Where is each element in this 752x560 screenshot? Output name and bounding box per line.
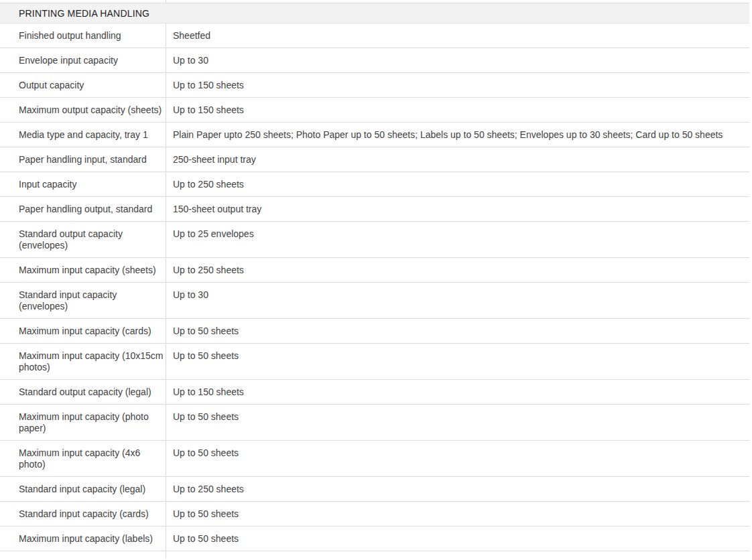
spec-row: Maximum input capacity (4x6 photo) Up to… [0, 441, 749, 477]
spec-label-cell: Envelope input capacity [0, 48, 166, 72]
spec-label-cell: Media type and capacity, tray 1 [0, 123, 166, 147]
spec-value-cell: Plain Paper upto 250 sheets; Photo Paper… [166, 123, 749, 147]
spec-value: Up to 50 sheets [173, 411, 239, 422]
spec-value: Up to 250 sheets [173, 179, 244, 190]
spec-row: Finished output handling Sheetfed [0, 23, 749, 48]
spec-label: Paper handling output, standard [19, 204, 152, 214]
spec-value: Up to 50 sheets [173, 533, 239, 544]
spec-label-cell: Maximum input capacity (cards) [0, 319, 166, 343]
spec-label: Maximum input capacity (labels) [19, 533, 153, 544]
spec-value: Up to 250 sheets [173, 484, 244, 494]
spec-value: 250-sheet input tray [173, 154, 256, 165]
spec-label: Media type and capacity, tray 1 [19, 129, 148, 140]
spec-value-cell: Up to 50 sheets [166, 344, 749, 379]
specs-table: PRINTING MEDIA HANDLING Finished output … [0, 0, 749, 559]
spec-value: Up to 50 sheets [173, 508, 239, 519]
spec-value-cell: Up to 30 [166, 48, 749, 72]
spec-value-cell: Up to 250 sheets [166, 477, 749, 501]
spec-row: Standard output capacity (envelopes) Up … [0, 222, 749, 258]
spec-value-cell: Up to 250 sheets [166, 172, 749, 196]
spec-value: Up to 150 sheets [173, 104, 244, 115]
spec-value-cell: Up to 25 envelopes [166, 222, 749, 257]
spec-label-cell: Standard input capacity (legal) [0, 477, 166, 501]
spec-label: Envelope input capacity [19, 55, 118, 66]
spec-label-cell: Input capacity [0, 172, 166, 196]
spec-value-cell: 250-sheet input tray [166, 147, 749, 171]
spec-label: Standard input capacity (cards) [19, 508, 149, 519]
spec-value: Up to 50 sheets [173, 447, 239, 458]
spec-row: Input capacity Up to 250 sheets [0, 172, 749, 197]
spec-label: Maximum input capacity (cards) [19, 326, 151, 336]
spec-label-cell: Standard input capacity (envelopes) [0, 283, 166, 318]
spec-value: Plain Paper upto 250 sheets; Photo Paper… [173, 129, 723, 140]
spec-value-cell: Up to 50 sheets [166, 441, 749, 476]
spec-label: Output capacity [19, 80, 84, 90]
spec-label-cell: Maximum input capacity (labels) [0, 527, 166, 551]
spec-row: Standard input capacity (cards) Up to 50… [0, 502, 749, 527]
spec-label: Maximum output capacity (sheets) [19, 104, 162, 115]
spec-value: Up to 30 [173, 55, 208, 66]
spec-value-cell: Up to 50 sheets [166, 405, 749, 440]
section-header: PRINTING MEDIA HANDLING [0, 3, 749, 23]
spec-row: Standard input capacity (envelopes) Up t… [0, 283, 749, 319]
spec-label-cell: Standard output capacity (legal) [0, 380, 166, 404]
spec-value-cell: Up to 50 sheets [166, 319, 749, 343]
spec-value-cell: 150-sheet output tray [166, 197, 749, 221]
spec-label-cell: Maximum output capacity (sheets) [0, 98, 166, 122]
spec-value: Up to 50 sheets [173, 350, 239, 361]
spec-label: Standard output capacity (envelopes) [19, 228, 123, 251]
spec-label-cell: Standard input capacity (cards) [0, 502, 166, 526]
spec-value-cell: Up to 50 sheets [166, 527, 749, 551]
spec-row: Paper handling output, standard 150-shee… [0, 197, 749, 222]
spec-value-cell: Up to 150 sheets [166, 98, 749, 122]
spec-label-cell: Paper handling input, standard [0, 147, 166, 171]
spec-row: Maximum input capacity (cards) Up to 50 … [0, 319, 749, 344]
spec-rows: Finished output handling Sheetfed Envelo… [0, 23, 749, 551]
spec-value: Sheetfed [173, 30, 210, 41]
column-divider [166, 0, 166, 3]
spec-row: Paper handling input, standard 250-sheet… [0, 147, 749, 172]
spec-label: Standard output capacity (legal) [19, 387, 151, 397]
spec-label: Maximum input capacity (photo paper) [19, 411, 149, 433]
spec-row: Media type and capacity, tray 1 Plain Pa… [0, 123, 749, 147]
spec-label-cell: Standard output capacity (envelopes) [0, 222, 166, 257]
spec-value: Up to 150 sheets [173, 80, 244, 90]
spec-label: Standard input capacity (legal) [19, 484, 145, 494]
spec-label-cell: Maximum input capacity (4x6 photo) [0, 441, 166, 476]
spec-label: Maximum input capacity (4x6 photo) [19, 447, 140, 470]
spec-value: 150-sheet output tray [173, 204, 261, 214]
spec-row: Standard input capacity (legal) Up to 25… [0, 477, 749, 502]
spec-row: Maximum output capacity (sheets) Up to 1… [0, 98, 749, 123]
spec-value-cell: Up to 30 [166, 283, 749, 318]
spec-value-cell: Up to 50 sheets [166, 502, 749, 526]
spec-label-cell: Maximum input capacity (10x15cm photos) [0, 344, 166, 379]
spec-value: Up to 50 sheets [173, 326, 239, 336]
spec-label-cell: Maximum input capacity (sheets) [0, 258, 166, 282]
spec-row: Maximum input capacity (10x15cm photos) … [0, 344, 749, 380]
spec-value-cell: Up to 250 sheets [166, 258, 749, 282]
spec-row: Standard output capacity (legal) Up to 1… [0, 380, 749, 405]
spec-value: Up to 25 envelopes [173, 228, 254, 239]
spec-row: Output capacity Up to 150 sheets [0, 73, 749, 98]
spec-label-cell: Paper handling output, standard [0, 197, 166, 221]
spec-label: Maximum input capacity (sheets) [19, 265, 156, 275]
spec-label: Paper handling input, standard [19, 154, 147, 165]
spec-row: Maximum input capacity (sheets) Up to 25… [0, 258, 749, 283]
spec-label: Standard input capacity (envelopes) [19, 289, 117, 311]
spec-value: Up to 250 sheets [173, 265, 244, 275]
column-divider [166, 551, 166, 559]
spec-value-cell: Up to 150 sheets [166, 380, 749, 404]
spec-label: Maximum input capacity (10x15cm photos) [19, 350, 164, 372]
spec-row: Maximum input capacity (labels) Up to 50… [0, 527, 749, 551]
spec-value-cell: Up to 150 sheets [166, 73, 749, 97]
spec-value: Up to 30 [173, 289, 208, 300]
spec-label: Input capacity [19, 179, 76, 190]
section-title: PRINTING MEDIA HANDLING [19, 8, 149, 19]
previous-row-partial [0, 0, 749, 3]
spec-value: Up to 150 sheets [173, 387, 244, 397]
spec-label: Finished output handling [19, 30, 121, 41]
spec-row: Maximum input capacity (photo paper) Up … [0, 405, 749, 441]
spec-row: Envelope input capacity Up to 30 [0, 48, 749, 73]
spec-value-cell: Sheetfed [166, 23, 749, 48]
spec-label-cell: Output capacity [0, 73, 166, 97]
